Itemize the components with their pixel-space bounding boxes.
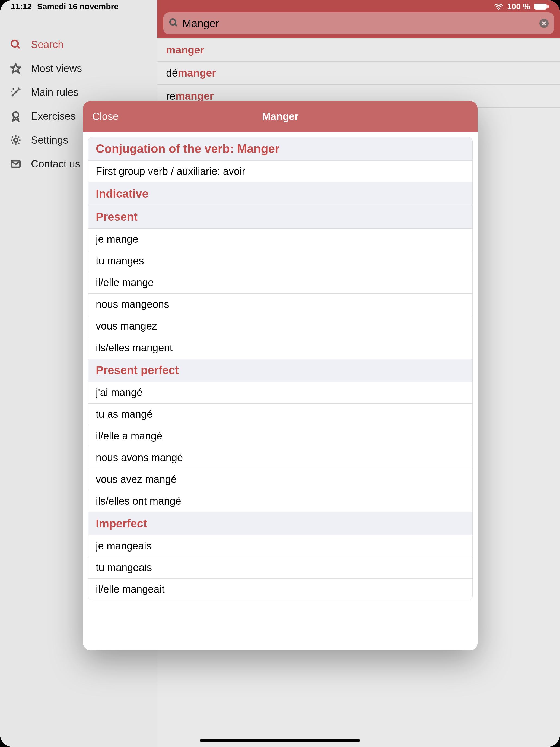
- svg-marker-5: [11, 64, 21, 73]
- search-result[interactable]: manger: [157, 38, 560, 61]
- sidebar-item-label: Exercises: [31, 110, 76, 122]
- svg-line-4: [17, 46, 20, 48]
- conjugation-row: j'ai mangé: [88, 382, 472, 404]
- search-results: manger démanger remanger: [157, 38, 560, 108]
- wand-icon: [9, 86, 22, 99]
- conjugation-card: Conjugation of the verb: Manger First gr…: [88, 137, 473, 600]
- sidebar-item-main-rules[interactable]: Main rules: [0, 80, 157, 104]
- result-prefix: dé: [166, 67, 178, 79]
- svg-point-11: [13, 112, 19, 118]
- status-time: 11:12: [11, 2, 32, 11]
- conjugation-row: vous avez mangé: [88, 469, 472, 490]
- modal-title: Manger: [262, 111, 298, 123]
- conjugation-row: je mangeais: [88, 535, 472, 557]
- conjugation-row: tu mangeais: [88, 557, 472, 579]
- svg-point-12: [14, 138, 18, 142]
- sidebar-item-label: Settings: [31, 134, 68, 146]
- sidebar-item-search[interactable]: Search: [0, 32, 157, 56]
- svg-point-0: [498, 9, 500, 10]
- close-button[interactable]: Close: [92, 111, 118, 123]
- clear-search-button[interactable]: [539, 19, 549, 28]
- conjugation-row: il/elle mangeait: [88, 579, 472, 600]
- tense-header-imperfect: Imperfect: [88, 512, 472, 535]
- svg-line-6: [12, 89, 19, 96]
- home-indicator[interactable]: [200, 739, 360, 742]
- tense-header-present: Present: [88, 205, 472, 229]
- modal-header: Close Manger: [83, 101, 478, 132]
- device-frame: 11:12 Samedi 16 novembre 100 % Search Mo…: [0, 0, 560, 747]
- conjugation-row: ils/elles mangent: [88, 337, 472, 359]
- search-input[interactable]: [182, 17, 536, 30]
- mail-icon: [9, 157, 22, 171]
- search-icon: [9, 38, 22, 51]
- svg-point-3: [11, 40, 18, 47]
- sidebar-item-label: Main rules: [31, 86, 78, 98]
- sidebar-item-label: Most views: [31, 63, 82, 74]
- sidebar-item-most-views[interactable]: Most views: [0, 56, 157, 80]
- gear-icon: [9, 133, 22, 147]
- sidebar-item-label: Search: [31, 39, 63, 51]
- conjugation-row: je mange: [88, 229, 472, 250]
- mood-header-indicative: Indicative: [88, 182, 472, 205]
- wifi-icon: [494, 3, 503, 10]
- svg-line-15: [175, 24, 177, 26]
- conjugation-row: nous mangeons: [88, 294, 472, 315]
- result-prefix: re: [166, 90, 176, 102]
- conjugation-row: nous avons mangé: [88, 447, 472, 469]
- svg-rect-2: [547, 5, 549, 8]
- conjugation-modal: Close Manger Conjugation of the verb: Ma…: [83, 101, 478, 650]
- badge-icon: [9, 110, 22, 123]
- result-match: manger: [166, 44, 204, 56]
- search-icon: [169, 18, 179, 29]
- svg-rect-1: [534, 3, 547, 9]
- search-result[interactable]: démanger: [157, 61, 560, 85]
- status-date: Samedi 16 novembre: [37, 2, 118, 11]
- status-bar: 11:12 Samedi 16 novembre 100 %: [0, 0, 560, 13]
- tense-header-present-perfect: Present perfect: [88, 359, 472, 382]
- conjugation-row: tu as mangé: [88, 404, 472, 426]
- svg-line-9: [13, 88, 14, 89]
- conjugation-row: tu manges: [88, 250, 472, 272]
- result-match: manger: [178, 67, 216, 79]
- conjugation-row: il/elle a mangé: [88, 426, 472, 447]
- svg-point-14: [170, 19, 176, 25]
- battery-percent: 100 %: [507, 2, 530, 11]
- result-match: manger: [176, 90, 214, 102]
- star-icon: [9, 62, 22, 75]
- verb-group-info: First group verb / auxiliarie: avoir: [88, 161, 472, 182]
- conjugation-row: vous mangez: [88, 315, 472, 337]
- modal-body[interactable]: Conjugation of the verb: Manger First gr…: [83, 132, 478, 650]
- modal-backdrop: Close Manger Conjugation of the verb: Ma…: [0, 0, 560, 747]
- conjugation-row: il/elle mange: [88, 272, 472, 294]
- search-field-wrap[interactable]: [163, 12, 554, 34]
- battery-icon: [534, 3, 549, 10]
- sidebar-item-label: Contact us: [31, 158, 80, 170]
- conjugation-heading: Conjugation of the verb: Manger: [88, 137, 472, 161]
- conjugation-row: ils/elles ont mangé: [88, 490, 472, 512]
